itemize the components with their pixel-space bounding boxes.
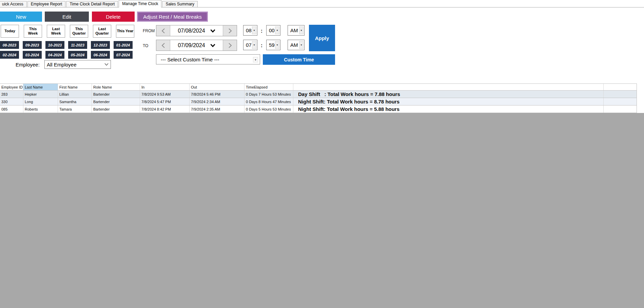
month-button-07-2024[interactable]: 07-2024 [114, 51, 133, 59]
table-row[interactable]: 330 Long Samantha Bartender 7/8/2024 5:4… [0, 98, 637, 105]
to-minute-select[interactable]: 59 ▾ [266, 40, 280, 50]
time-elapsed-cell: 0 Days 5 Hours 53 Minutes [245, 105, 293, 113]
to-meridiem-select[interactable]: AM ▾ [288, 40, 305, 50]
dropdown-arrow-icon [210, 44, 215, 47]
this-quarter-button[interactable]: This Quarter [70, 25, 88, 38]
month-button-04-2024[interactable]: 04-2024 [45, 51, 64, 59]
table-row[interactable]: 283 Hepker Lillian Bartender 7/8/2024 9:… [0, 91, 637, 98]
tab-sales-summary[interactable]: Sales Summary [162, 1, 198, 7]
month-button-12-2023[interactable]: 12-2023 [91, 41, 110, 49]
month-button-06-2024[interactable]: 06-2024 [91, 51, 110, 59]
from-date-value: 07/08/2024 [178, 28, 205, 34]
month-button-03-2024[interactable]: 03-2024 [23, 51, 42, 59]
column-header-time-elapsed[interactable]: TimeElapsed [245, 84, 293, 90]
dropdown-arrow-icon: ▾ [299, 26, 304, 34]
role-name-cell: Bartender [92, 105, 140, 113]
tab-manage-time-clock[interactable]: Manage Time Clock [119, 0, 161, 7]
column-header-out[interactable]: Out [190, 84, 245, 90]
dropdown-arrow-icon: ▾ [253, 57, 258, 62]
last-name-cell: Roberts [23, 105, 58, 113]
column-header-first-name[interactable]: First Name [58, 84, 92, 90]
role-name-cell: Bartender [92, 98, 140, 105]
month-row-2: 02-2024 03-2024 04-2024 05-2024 06-2024 … [0, 51, 133, 59]
from-meridiem-value: AM [288, 27, 299, 33]
edit-button[interactable]: Edit [45, 12, 89, 22]
month-button-10-2023[interactable]: 10-2023 [45, 41, 64, 49]
from-prev-day-button[interactable] [156, 25, 170, 36]
dropdown-arrow-icon: ▾ [252, 26, 256, 34]
from-minute-value: 00 [267, 27, 275, 33]
month-button-01-2024[interactable]: 01-2024 [114, 41, 133, 49]
tab-time-clock-detail-report[interactable]: Time Clock Detail Report [66, 1, 118, 7]
first-name-cell: Lillian [58, 91, 92, 98]
custom-time-select-value: --- Select Custom Time --- [161, 57, 219, 62]
to-date-picker: 07/09/2024 [156, 40, 237, 51]
manage-time-clock-screen: uick Access Employee Report Time Clock D… [0, 0, 644, 308]
this-year-button[interactable]: This Year [116, 25, 134, 38]
custom-time-button[interactable]: Custom Time [263, 54, 335, 65]
employee-select[interactable]: All Employee [44, 60, 111, 69]
out-cell: 7/9/2024 2:35 AM [190, 105, 245, 113]
column-header-in[interactable]: In [140, 84, 190, 90]
column-header-last-name[interactable]: Last Name [23, 84, 58, 90]
time-elapsed-cell: 0 Days 8 Hours 47 Minutes [245, 98, 293, 105]
out-cell: 7/9/2024 2:34 AM [190, 98, 245, 105]
column-header-role-name[interactable]: Role Name [92, 84, 140, 90]
to-date-value: 07/09/2024 [178, 42, 205, 49]
custom-time-select[interactable]: --- Select Custom Time --- ▾ [156, 54, 260, 64]
chevron-down-icon [104, 63, 109, 66]
adjust-rest-meal-breaks-button[interactable]: Adjust Rest / Meal Breaks [137, 12, 208, 22]
empty-cell [604, 98, 637, 105]
from-time-separator: : [261, 28, 262, 34]
from-hour-select[interactable]: 08 ▾ [243, 25, 257, 36]
employee-id-cell: 085 [0, 105, 23, 113]
from-minute-select[interactable]: 00 ▾ [266, 25, 280, 36]
time-clock-table: Employee ID Last Name First Name Role Na… [0, 83, 637, 113]
from-date-dropdown[interactable]: 07/08/2024 [170, 25, 223, 36]
employee-select-value: All Employee [47, 62, 77, 68]
last-quarter-button[interactable]: Last Quarter [93, 25, 111, 38]
today-button[interactable]: Today [1, 25, 19, 38]
month-button-08-2023[interactable]: 08-2023 [0, 41, 19, 49]
column-header-employee-id[interactable]: Employee ID [0, 84, 23, 90]
empty-cell [604, 105, 637, 113]
to-minute-value: 59 [267, 42, 275, 48]
this-week-button[interactable]: This Week [24, 25, 42, 38]
employee-id-cell: 330 [0, 98, 23, 105]
table-row[interactable]: 085 Roberts Tamara Bartender 7/8/2024 8:… [0, 105, 637, 113]
to-meridiem-value: AM [288, 42, 299, 48]
apply-button[interactable]: Apply [309, 25, 335, 51]
tab-strip: uick Access Employee Report Time Clock D… [0, 0, 644, 7]
dropdown-arrow-icon [210, 29, 215, 33]
column-header-empty [604, 84, 637, 90]
empty-cell [604, 91, 637, 98]
to-hour-value: 07 [243, 42, 252, 48]
dropdown-arrow-icon: ▾ [275, 26, 279, 34]
shift-summary-cell: Night Shift: Total Work hours = 5.88 hou… [293, 105, 604, 113]
delete-button[interactable]: Delete [92, 12, 135, 22]
out-cell: 7/8/2024 5:46 PM [190, 91, 245, 98]
shift-summary-cell: Day Shift : Total Work hours = 7.88 hour… [293, 91, 604, 98]
in-cell: 7/8/2024 8:42 PM [140, 105, 190, 113]
new-button[interactable]: New [0, 12, 42, 22]
column-header-summary [293, 84, 604, 90]
time-elapsed-cell: 0 Days 7 Hours 53 Minutes [245, 91, 293, 98]
month-row-1: 08-2023 09-2023 10-2023 11-2023 12-2023 … [0, 41, 133, 49]
to-hour-select[interactable]: 07 ▾ [243, 40, 257, 50]
month-button-05-2024[interactable]: 05-2024 [68, 51, 87, 59]
table-header-row: Employee ID Last Name First Name Role Na… [0, 84, 637, 91]
month-button-11-2023[interactable]: 11-2023 [68, 41, 87, 49]
last-name-cell: Long [23, 98, 58, 105]
from-next-day-button[interactable] [223, 25, 237, 36]
tab-employee-report[interactable]: Employee Report [27, 1, 66, 7]
last-week-button[interactable]: Last Week [47, 25, 65, 38]
from-meridiem-select[interactable]: AM ▾ [288, 25, 305, 36]
quick-range-row: Today This Week Last Week This Quarter L… [1, 25, 134, 38]
to-prev-day-button[interactable] [156, 40, 170, 51]
month-button-09-2023[interactable]: 09-2023 [23, 41, 42, 49]
month-button-02-2024[interactable]: 02-2024 [0, 51, 19, 59]
to-date-dropdown[interactable]: 07/09/2024 [170, 40, 223, 51]
to-next-day-button[interactable] [223, 40, 237, 51]
tab-quick-access[interactable]: uick Access [0, 1, 27, 7]
in-cell: 7/8/2024 9:53 AM [140, 91, 190, 98]
